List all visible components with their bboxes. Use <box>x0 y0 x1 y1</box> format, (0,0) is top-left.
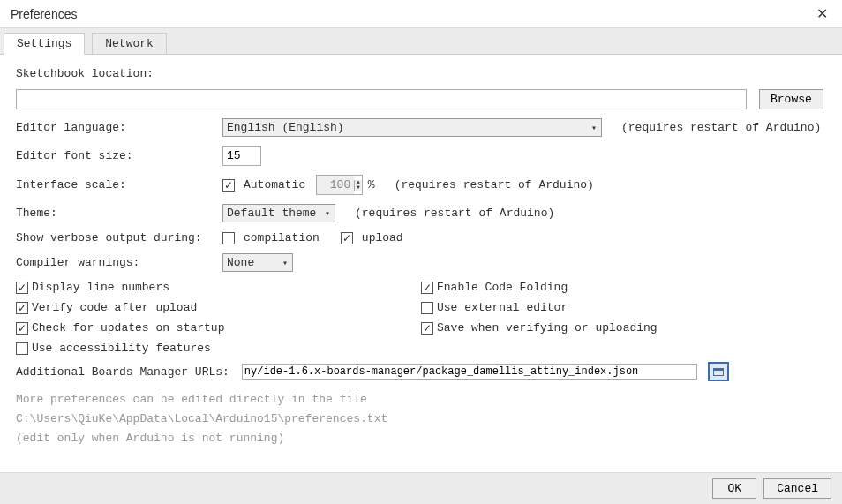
more-prefs-path: C:\Users\QiuKe\AppData\Local\Arduino15\p… <box>16 410 826 429</box>
urls-input[interactable] <box>242 364 697 380</box>
verbose-label: Show verbose output during: <box>16 231 217 244</box>
percent-label: % <box>368 178 375 192</box>
automatic-checkbox[interactable] <box>222 179 235 192</box>
tab-bar: Settings Network <box>0 28 842 55</box>
automatic-label: Automatic <box>244 178 305 192</box>
enable-fold-label: Enable Code Folding <box>437 281 568 294</box>
scale-restart-hint: (requires restart of Arduino) <box>395 178 594 192</box>
window-title: Preferences <box>11 7 77 21</box>
tab-settings[interactable]: Settings <box>4 33 85 55</box>
theme-restart-hint: (requires restart of Arduino) <box>355 207 554 220</box>
browse-button[interactable]: Browse <box>759 89 823 109</box>
sketchbook-label: Sketchbook location: <box>16 67 154 80</box>
verify-upload-label: Verify code after upload <box>32 301 197 314</box>
sketchbook-input[interactable] <box>16 89 747 109</box>
tab-network[interactable]: Network <box>92 33 167 55</box>
upload-checkbox[interactable] <box>341 232 353 244</box>
upload-label: upload <box>362 231 403 244</box>
save-verify-label: Save when verifying or uploading <box>437 321 658 335</box>
verify-upload-checkbox[interactable] <box>16 302 28 314</box>
theme-select[interactable]: Default theme <box>222 204 335 222</box>
language-label: Editor language: <box>16 121 217 134</box>
more-prefs-line3: (edit only when Arduino is not running) <box>16 429 826 448</box>
save-verify-checkbox[interactable] <box>421 322 433 335</box>
scale-label: Interface scale: <box>16 178 217 192</box>
close-button[interactable]: ✕ <box>813 5 831 22</box>
accessibility-checkbox[interactable] <box>16 342 28 355</box>
language-select[interactable]: English (English) <box>222 118 602 137</box>
warnings-select[interactable]: None <box>222 253 293 272</box>
display-line-checkbox[interactable] <box>16 282 28 294</box>
cancel-button[interactable]: Cancel <box>763 478 831 499</box>
check-updates-label: Check for updates on startup <box>32 321 224 335</box>
compiler-label: Compiler warnings: <box>16 256 217 269</box>
urls-expand-button[interactable] <box>708 362 729 381</box>
compilation-checkbox[interactable] <box>222 232 235 244</box>
check-updates-checkbox[interactable] <box>16 322 28 335</box>
theme-label: Theme: <box>16 207 217 220</box>
scale-spinner[interactable]: ▲▼ <box>354 180 362 191</box>
display-line-label: Display line numbers <box>32 281 169 294</box>
enable-fold-checkbox[interactable] <box>421 282 433 294</box>
window-icon <box>713 368 724 376</box>
fontsize-input[interactable] <box>222 146 261 166</box>
language-restart-hint: (requires restart of Arduino) <box>621 121 821 134</box>
ok-button[interactable]: OK <box>712 478 756 499</box>
compilation-label: compilation <box>244 231 320 244</box>
fontsize-label: Editor font size: <box>16 149 217 162</box>
external-editor-label: Use external editor <box>437 301 568 314</box>
accessibility-label: Use accessibility features <box>32 342 211 355</box>
external-editor-checkbox[interactable] <box>421 302 433 314</box>
urls-label: Additional Boards Manager URLs: <box>16 365 229 379</box>
scale-input[interactable] <box>317 176 354 194</box>
more-prefs-line1: More preferences can be edited directly … <box>16 390 826 410</box>
